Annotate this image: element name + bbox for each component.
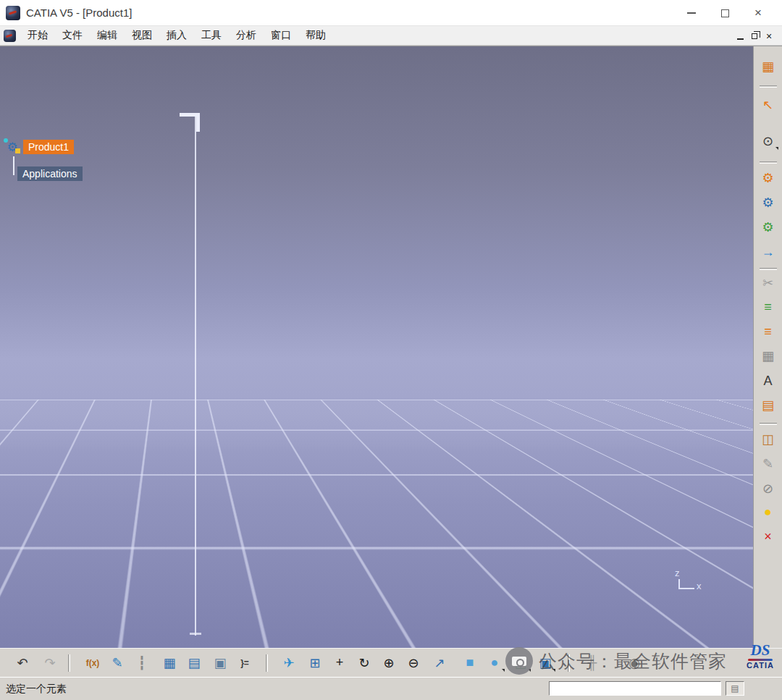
power-input[interactable]: [549, 681, 721, 696]
redo-icon[interactable]: ↷: [39, 653, 61, 673]
menu-tools[interactable]: 工具: [194, 27, 229, 44]
axis-z-label: z: [675, 568, 680, 578]
workspace: ⚙ Product1 Applications z x ▦↖⊙⚙⚙⚙→✂≡≡▦A…: [0, 46, 782, 648]
toolbar-separator: [760, 161, 777, 164]
annotation-icon[interactable]: A: [757, 371, 779, 391]
tree-node-product-label[interactable]: Product1: [23, 140, 74, 154]
axis-indicator: z x: [672, 568, 708, 596]
catalog-icon[interactable]: ▣: [209, 653, 231, 673]
shading-icon[interactable]: ●: [484, 653, 505, 673]
fly-mode-icon[interactable]: ✈: [278, 653, 300, 673]
toolbar-separator: [266, 654, 268, 672]
tree-connector-line: [13, 156, 14, 175]
new-product-icon[interactable]: ⚙: [757, 168, 779, 188]
toolbar-separator: [760, 268, 777, 270]
camera-icon: [505, 647, 533, 675]
mdi-minimize-button[interactable]: [733, 29, 747, 43]
menu-file[interactable]: 文件: [55, 27, 90, 44]
tree-node-applications[interactable]: Applications: [17, 166, 83, 181]
tree-axis-line[interactable]: [195, 115, 196, 636]
mdi-close-button[interactable]: ×: [762, 29, 776, 43]
menu-analyze[interactable]: 分析: [229, 27, 264, 44]
close-button[interactable]: ×: [741, 0, 775, 26]
select-icon[interactable]: ↖: [757, 95, 779, 115]
new-component-icon[interactable]: ⚙: [757, 193, 779, 213]
normal-view-icon[interactable]: ↗: [429, 653, 450, 673]
product-icon: ⚙: [4, 139, 20, 155]
minimize-button[interactable]: [675, 0, 708, 26]
toolbar-separator: [760, 85, 777, 88]
axis-x-line: [678, 588, 694, 589]
toolbar-separator: [760, 423, 777, 425]
tree-node-product[interactable]: ⚙ Product1: [4, 139, 74, 155]
scene-frame-icon[interactable]: ◫: [757, 429, 779, 450]
menu-insert[interactable]: 插入: [159, 27, 194, 44]
structure-graph-icon[interactable]: ▤: [183, 653, 205, 673]
rotate-icon[interactable]: ↻: [353, 653, 375, 673]
iso-view-icon[interactable]: ■: [459, 653, 481, 673]
mdi-minimize-icon: [737, 38, 744, 40]
mdi-window-controls: ×: [733, 26, 776, 46]
mdi-restore-icon: [752, 33, 757, 39]
window-title: CATIA V5 - [Product1]: [26, 7, 132, 19]
bom-list-icon[interactable]: ≡: [757, 297, 779, 317]
undo-icon[interactable]: ↶: [12, 653, 33, 673]
compass-icon[interactable]: ⊙: [757, 131, 779, 151]
zoom-out-icon[interactable]: ⊖: [403, 653, 424, 673]
minimize-icon: [687, 12, 696, 14]
design-table-icon[interactable]: ▦: [159, 653, 180, 673]
mdi-restore-button[interactable]: [747, 29, 762, 43]
zoom-in-icon[interactable]: ⊕: [378, 653, 400, 673]
light-on-icon[interactable]: ●: [757, 502, 779, 522]
light-off-icon[interactable]: ×: [757, 526, 779, 547]
watermark: 公众号：最全软件管家: [505, 647, 727, 675]
fit-all-icon[interactable]: ⊞: [304, 653, 326, 673]
toolbar-separator: [68, 654, 70, 672]
new-part-icon[interactable]: ⚙: [757, 217, 779, 237]
maximize-button[interactable]: [708, 0, 741, 26]
workbench-icon[interactable]: ▦: [757, 56, 779, 77]
status-aux-button[interactable]: ▤: [726, 681, 744, 696]
menu-edit[interactable]: 编辑: [90, 27, 125, 44]
tree-axis-end: [190, 633, 201, 635]
status-bar: 选定一个元素 ▤: [0, 677, 782, 700]
graph-tree-icon[interactable]: ≡: [757, 321, 779, 342]
section-icon[interactable]: ⊘: [757, 478, 779, 499]
axis-x-label: x: [697, 581, 702, 591]
break-link-icon[interactable]: ✂: [757, 273, 779, 293]
horizon-fade: [0, 400, 753, 452]
maximize-icon: [721, 9, 729, 17]
pan-icon[interactable]: +: [329, 653, 350, 673]
right-toolbar: ▦↖⊙⚙⚙⚙→✂≡≡▦A▤◫✎⊘●×: [753, 46, 782, 648]
catia-document-icon: [4, 30, 16, 42]
window-controls: ×: [675, 0, 775, 26]
tree-anchor[interactable]: [180, 113, 200, 132]
structure-list-icon[interactable]: ▤: [757, 395, 779, 416]
existing-component-icon[interactable]: →: [757, 242, 779, 262]
menu-start[interactable]: 开始: [20, 27, 55, 44]
design-table-icon[interactable]: ▦: [757, 346, 779, 366]
viewport-3d[interactable]: ⚙ Product1 Applications z x: [0, 46, 753, 648]
knowledge-icon[interactable]: ✎: [106, 653, 128, 673]
menu-help[interactable]: 帮助: [298, 27, 333, 44]
sketch-tools-icon[interactable]: ✎: [757, 454, 779, 474]
menu-items: 开始文件编辑视图插入工具分析窗口帮助: [20, 27, 333, 44]
formula-icon[interactable]: f(x): [82, 653, 104, 673]
ds-logo-mark: DS: [740, 643, 781, 658]
menu-window[interactable]: 窗口: [264, 27, 298, 44]
status-message: 选定一个元素: [6, 683, 67, 696]
marker-icon[interactable]: ┇: [131, 653, 153, 673]
title-bar: CATIA V5 - [Product1] ×: [0, 0, 782, 26]
tree-node-applications-label[interactable]: Applications: [17, 166, 83, 181]
relations-icon[interactable]: }=: [234, 653, 256, 673]
catia-app-icon: [6, 6, 20, 20]
watermark-text: 公众号：最全软件管家: [539, 649, 727, 673]
axis-z-line: [678, 579, 680, 588]
menu-view[interactable]: 视图: [125, 27, 159, 44]
catia-logo: DS CATIA: [740, 643, 781, 670]
catia-logo-word: CATIA: [740, 662, 781, 670]
menu-bar: 开始文件编辑视图插入工具分析窗口帮助 ×: [0, 26, 782, 46]
